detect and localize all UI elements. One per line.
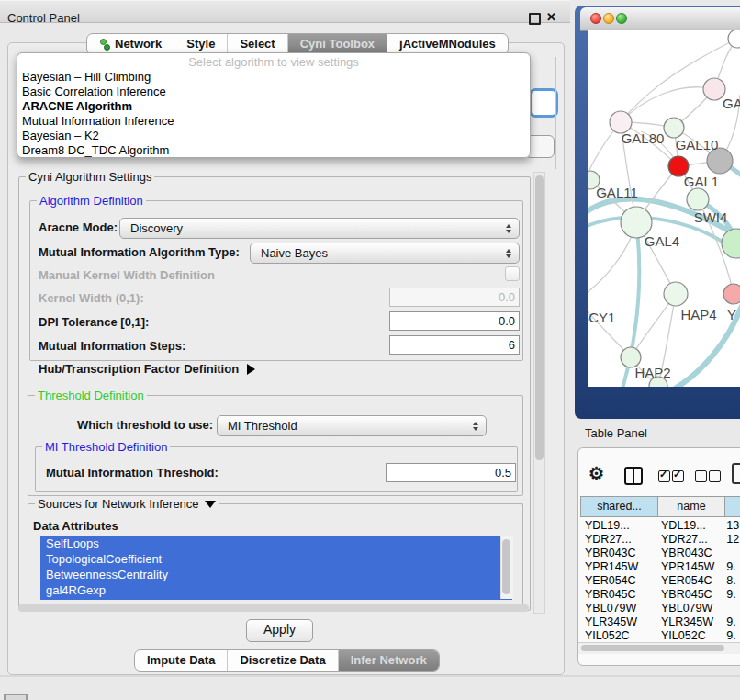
mi-threshold-group-title: MI Threshold Definition [42,440,170,454]
table-row[interactable]: YBR043CYBR043C [580,546,740,559]
network-canvas[interactable]: GALGAL80GAL10GAL1GAL11SWI4GAL4GCY1HAP4YH… [588,30,740,387]
data-attributes-list[interactable]: SelfLoopsTopologicalCoefficientBetweenne… [40,536,512,600]
table-row[interactable]: YER054CYER054C8. [580,573,740,587]
table-row[interactable]: YLR345WYLR345W9. [580,615,740,628]
table-cell: YBR045C [580,588,656,601]
network-node[interactable] [687,188,709,210]
tab-jactivemnodules[interactable]: jActiveMNodules [387,34,508,54]
tab-infer-network-label: Infer Network [351,650,427,671]
column-header-shared-[interactable]: shared... [580,496,658,517]
chevron-right-icon [247,364,255,375]
mi-type-select[interactable]: Naive Bayes [250,243,520,264]
table-cell: YBR043C [656,547,722,559]
network-node[interactable] [664,118,684,138]
table-row[interactable]: YBL079WYBL079W [580,601,740,615]
table-row[interactable]: YIL052CYIL052C9. [580,628,740,642]
table-cell: YIL052C [580,629,656,642]
tab-infer-network[interactable]: Infer Network [339,650,439,671]
table-cell: YPR145W [656,560,722,573]
settings-vscrollbar-thumb[interactable] [535,175,544,460]
algorithm-option-dream8-dc-tdc-algorithm[interactable]: Dream8 DC_TDC Algorithm [17,143,530,158]
function-builder-icon[interactable] [732,463,740,484]
mi-type-label: Mutual Information Algorithm Type: [39,245,240,259]
tab-impute-data[interactable]: Impute Data [135,650,228,671]
hub-definition-label: Hub/Transcription Factor Definition [39,362,239,376]
table-cell: YER054C [580,574,656,587]
node-label-y: Y [727,307,736,322]
checked-checkbox-icon[interactable] [658,470,670,482]
mi-steps-field[interactable]: 6 [389,335,520,355]
mi-threshold-field[interactable]: 0.5 [386,463,516,482]
algorithm-definition-title: Algorithm Definition [37,194,146,208]
gear-icon[interactable]: ⚙ [589,463,604,484]
mi-threshold-label: Mutual Information Threshold: [46,466,219,480]
attribute-item-topologicalcoefficient[interactable]: TopologicalCoefficient [40,551,512,567]
tab-discretize-data[interactable]: Discretize Data [228,650,338,671]
apply-button[interactable]: Apply [246,619,313,642]
table-panel-title: Table Panel [585,426,647,440]
checked-checkbox-icon[interactable] [672,470,684,482]
network-node[interactable] [723,284,740,304]
hub-definition-toggle[interactable]: Hub/Transcription Factor Definition [39,362,255,376]
table-row[interactable]: YDL19...YDL19...13 [580,518,740,532]
attribute-item-betweennesscentrality[interactable]: BetweennessCentrality [40,567,512,582]
stepper-arrows-icon [468,422,483,431]
table-cell: YER054C [656,574,722,587]
table-cell: YBL079W [656,602,722,615]
algorithm-option-mutual-information-inference[interactable]: Mutual Information Inference [17,114,530,129]
table-row[interactable]: YDR27...YDR27...12 [580,532,740,546]
table-cell: YDR27... [580,533,656,546]
attribute-item-selfloops[interactable]: SelfLoops [40,536,512,551]
table-row[interactable]: YBR045CYBR045C9. [580,587,740,601]
table-header-row: shared...name [580,496,740,517]
algorithm-option-aracne-algorithm[interactable]: ARACNE Algorithm [17,99,530,114]
column-header-name[interactable]: name [658,496,725,517]
focused-spinner-fragment [529,88,558,118]
table-cell: YDL19... [656,519,722,532]
close-traffic-light-icon[interactable] [590,13,601,24]
minimize-traffic-light-icon[interactable] [603,13,614,24]
column-header-partial[interactable] [725,496,740,517]
aracne-mode-select[interactable]: Discovery [119,218,520,239]
unchecked-checkbox-icon[interactable] [695,470,707,482]
zoom-traffic-light-icon[interactable] [616,13,627,24]
node-label-gal10: GAL10 [676,137,719,152]
table-cell: 9. [722,615,740,628]
network-node[interactable] [728,30,740,48]
network-node[interactable] [722,229,740,258]
bottom-divider [0,675,740,677]
table-row[interactable]: YPR145WYPR145W9. [580,559,740,573]
algorithm-option-basic-correlation-inference[interactable]: Basic Correlation Inference [17,85,530,99]
which-threshold-select[interactable]: MI Threshold [217,415,487,436]
float-window-icon[interactable] [529,13,541,25]
table-cell: YBR043C [580,547,656,559]
tab-style[interactable]: Style [174,34,228,54]
table-hscrollbar-thumb[interactable] [581,645,724,651]
table-cell: YDR27... [656,533,722,546]
dpi-tolerance-label: DPI Tolerance [0,1]: [39,315,149,329]
attributes-scrollbar-thumb[interactable] [502,539,510,594]
unchecked-checkbox-icon[interactable] [709,470,721,482]
stepper-arrows-icon [501,249,516,258]
manual-kernel-label: Manual Kernel Width Definition [39,268,215,282]
table-cell: 9. [722,629,740,642]
algorithm-option-bayesian-hill-climbing[interactable]: Bayesian – Hill Climbing [17,70,530,85]
sources-group-title[interactable]: Sources for Network Inference [35,497,219,511]
tab-select-label: Select [240,34,275,54]
settings-hscrollbar-thumb[interactable] [18,604,529,612]
column-selector-icon[interactable] [624,467,643,485]
table-cell: YBL079W [580,602,656,615]
manual-kernel-checkbox [505,266,520,281]
algorithm-option-bayesian-k2[interactable]: Bayesian – K2 [17,129,530,143]
dock-panel-icon[interactable] [4,694,28,700]
tab-network-label: Network [115,34,162,54]
tab-cyni-toolbox[interactable]: Cyni Toolbox [288,34,387,54]
tab-network[interactable]: Network [87,34,174,54]
close-icon[interactable]: ✕ [546,10,556,24]
table-cell: YLR345W [656,615,722,628]
attribute-item-gal4rgexp[interactable]: gal4RGexp [40,582,512,598]
network-node[interactable] [664,282,688,306]
tab-impute-data-label: Impute Data [147,650,215,671]
dpi-tolerance-field[interactable]: 0.0 [389,311,520,331]
tab-select[interactable]: Select [228,34,287,54]
